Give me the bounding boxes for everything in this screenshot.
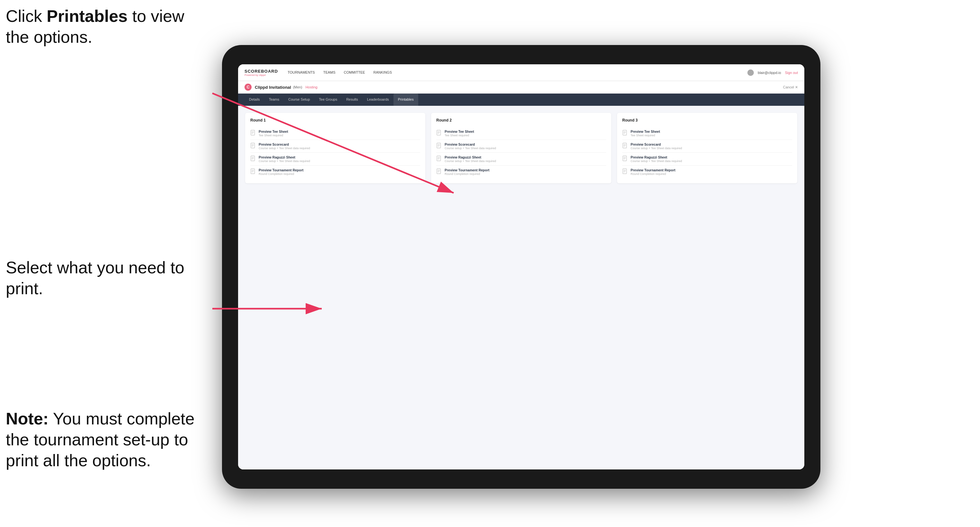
round-3-section: Round 3 Preview Tee Sheet Tee Sheet requ… [617,113,797,183]
print-doc-icon [250,168,256,175]
print-item-r2-3[interactable]: Preview Tournament Report Round Completi… [436,166,606,178]
tablet-device: SCOREBOARD Powered by clippd TOURNAMENTS… [222,45,821,489]
user-avatar [748,70,754,76]
print-item-sub: Round Completion required [259,172,303,176]
annotation-bottom: Note: You must complete the tournament s… [6,408,205,471]
nav-link-committee[interactable]: COMMITTEE [344,69,365,76]
print-item-sub: Course setup + Tee Sheet data required [445,147,496,150]
print-item-text-r2-1: Preview Scorecard Course setup + Tee She… [445,143,496,150]
tab-results[interactable]: Results [342,94,363,106]
print-doc-icon [436,168,442,175]
print-doc-icon [622,130,628,137]
top-nav: SCOREBOARD Powered by clippd TOURNAMENTS… [238,64,804,81]
round-2-title: Round 2 [436,118,606,122]
print-item-title: Preview Scorecard [445,143,496,146]
tab-details[interactable]: Details [245,94,264,106]
tab-leaderboards[interactable]: Leaderboards [363,94,393,106]
print-item-sub: Tee Sheet required [445,134,474,137]
print-item-title: Preview Raguzzi Sheet [631,155,682,159]
print-item-r1-2[interactable]: Preview Raguzzi Sheet Course setup + Tee… [250,153,420,166]
annotation-bold: Printables [47,7,127,25]
tab-tee-groups[interactable]: Tee Groups [314,94,342,106]
print-item-title: Preview Raguzzi Sheet [259,155,310,159]
print-item-text-r1-2: Preview Raguzzi Sheet Course setup + Tee… [259,155,310,163]
print-item-text-r3-2: Preview Raguzzi Sheet Course setup + Tee… [631,155,682,163]
tournament-logo: C [245,84,251,90]
print-item-sub: Tee Sheet required [259,134,288,137]
brand-title: SCOREBOARD [245,69,278,74]
print-item-title: Preview Tournament Report [445,168,489,172]
tournament-status: Hosting [305,85,317,89]
print-item-text-r2-3: Preview Tournament Report Round Completi… [445,168,489,176]
sign-out-link[interactable]: Sign out [785,71,798,75]
user-email: blair@clippd.io [758,71,781,75]
print-doc-icon [250,143,256,149]
print-item-sub: Course setup + Tee Sheet data required [259,147,310,150]
print-item-text-r3-0: Preview Tee Sheet Tee Sheet required [631,130,660,137]
print-item-r3-2[interactable]: Preview Raguzzi Sheet Course setup + Tee… [622,153,792,166]
annotation-top: Click Printables to view the options. [6,6,205,48]
print-item-r2-1[interactable]: Preview Scorecard Course setup + Tee She… [436,140,606,153]
print-item-title: Preview Raguzzi Sheet [445,155,496,159]
print-item-r1-1[interactable]: Preview Scorecard Course setup + Tee She… [250,140,420,153]
print-doc-icon [622,143,628,149]
print-item-text-r1-3: Preview Tournament Report Round Completi… [259,168,303,176]
print-item-title: Preview Tee Sheet [631,130,660,133]
print-item-sub: Course setup + Tee Sheet data required [631,159,682,163]
print-item-sub: Course setup + Tee Sheet data required [445,159,496,163]
print-doc-icon [622,168,628,175]
round-1-title: Round 1 [250,118,420,122]
print-item-text-r3-3: Preview Tournament Report Round Completi… [631,168,675,176]
tab-course-setup[interactable]: Course Setup [284,94,314,106]
print-item-sub: Course setup + Tee Sheet data required [631,147,682,150]
print-item-title: Preview Scorecard [631,143,682,146]
print-item-r1-3[interactable]: Preview Tournament Report Round Completi… [250,166,420,178]
print-item-r2-2[interactable]: Preview Raguzzi Sheet Course setup + Tee… [436,153,606,166]
print-item-title: Preview Tournament Report [631,168,675,172]
brand-sub: Powered by clippd [245,74,278,76]
main-content: Round 1 Preview Tee Sheet Tee Sheet requ… [238,106,804,470]
round-2-section: Round 2 Preview Tee Sheet Tee Sheet requ… [431,113,611,183]
sub-nav: Details Teams Course Setup Tee Groups Re… [238,94,804,106]
print-doc-icon [436,143,442,149]
print-item-text-r1-0: Preview Tee Sheet Tee Sheet required [259,130,288,137]
print-item-r3-3[interactable]: Preview Tournament Report Round Completi… [622,166,792,178]
nav-link-tournaments[interactable]: TOURNAMENTS [288,69,315,76]
print-item-text-r2-2: Preview Raguzzi Sheet Course setup + Tee… [445,155,496,163]
print-doc-icon [436,156,442,162]
nav-link-teams[interactable]: TEAMS [323,69,336,76]
print-item-sub: Round Completion required [445,172,489,176]
print-item-text-r1-1: Preview Scorecard Course setup + Tee She… [259,143,310,150]
tablet-screen: SCOREBOARD Powered by clippd TOURNAMENTS… [238,64,804,470]
top-nav-links: TOURNAMENTS TEAMS COMMITTEE RANKINGS [288,69,748,76]
print-doc-icon [250,130,256,137]
print-item-text-r2-0: Preview Tee Sheet Tee Sheet required [445,130,474,137]
tournament-header: C Clippd Invitational (Men) Hosting Canc… [238,81,804,94]
print-item-text-r3-1: Preview Scorecard Course setup + Tee She… [631,143,682,150]
cancel-button[interactable]: Cancel ✕ [783,85,798,89]
top-nav-right: blair@clippd.io Sign out [748,70,798,76]
print-item-sub: Tee Sheet required [631,134,660,137]
print-item-sub: Round Completion required [631,172,675,176]
rounds-grid: Round 1 Preview Tee Sheet Tee Sheet requ… [245,113,797,183]
print-item-title: Preview Tee Sheet [445,130,474,133]
nav-link-rankings[interactable]: RANKINGS [374,69,392,76]
print-item-title: Preview Tee Sheet [259,130,288,133]
print-item-r1-0[interactable]: Preview Tee Sheet Tee Sheet required [250,127,420,140]
print-item-title: Preview Scorecard [259,143,310,146]
print-item-title: Preview Tournament Report [259,168,303,172]
print-doc-icon [250,156,256,162]
tab-teams[interactable]: Teams [264,94,284,106]
print-item-r3-0[interactable]: Preview Tee Sheet Tee Sheet required [622,127,792,140]
print-doc-icon [436,130,442,137]
tournament-name: Clippd Invitational [255,85,291,90]
print-doc-icon [622,156,628,162]
print-item-r2-0[interactable]: Preview Tee Sheet Tee Sheet required [436,127,606,140]
print-item-r3-1[interactable]: Preview Scorecard Course setup + Tee She… [622,140,792,153]
round-1-section: Round 1 Preview Tee Sheet Tee Sheet requ… [245,113,425,183]
tournament-division: (Men) [293,85,302,89]
annotation-mid: Select what you need to print. [6,257,205,299]
annotation-note-bold: Note: [6,409,49,428]
tab-printables[interactable]: Printables [393,94,418,106]
round-3-title: Round 3 [622,118,792,122]
